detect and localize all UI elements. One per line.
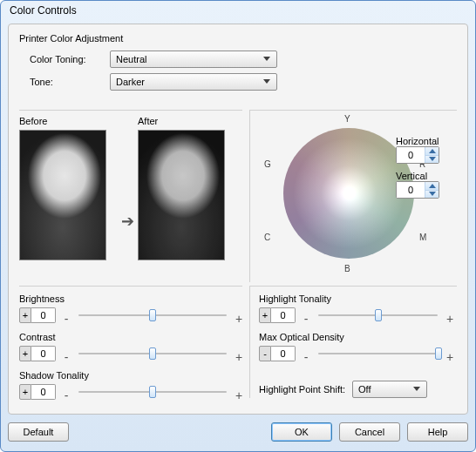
crosshair-icon: + bbox=[344, 189, 353, 198]
left-sliders: Brightness + 0 - + Contrast bbox=[19, 286, 242, 408]
vertical-label: Vertical bbox=[396, 171, 457, 181]
brightness-label: Brightness bbox=[19, 293, 242, 304]
color-wheel[interactable]: + bbox=[283, 128, 414, 259]
tone-row: Tone: Darker bbox=[19, 73, 457, 91]
contrast-group: Contrast + 0 - + bbox=[19, 332, 242, 361]
wheel-label-y: Y bbox=[344, 114, 350, 124]
horizontal-spin[interactable] bbox=[396, 146, 439, 164]
minus-icon: - bbox=[63, 312, 70, 326]
help-button[interactable]: Help bbox=[407, 422, 468, 442]
dialog-window: Color Controls Printer Color Adjustment … bbox=[0, 0, 476, 452]
tone-value: Darker bbox=[116, 77, 145, 87]
slider-thumb[interactable] bbox=[149, 386, 156, 398]
highlight-point-shift-value: Off bbox=[358, 384, 371, 395]
tone-select[interactable]: Darker bbox=[110, 73, 277, 91]
wheel-label-g: G bbox=[264, 159, 271, 169]
wheel-label-c: C bbox=[264, 233, 270, 242]
highlight-tonality-sign: + bbox=[259, 307, 271, 323]
highlight-point-shift-select[interactable]: Off bbox=[352, 381, 427, 398]
plus-icon: + bbox=[235, 312, 242, 326]
minus-icon: - bbox=[63, 388, 70, 402]
shadow-tonality-slider[interactable] bbox=[75, 384, 230, 400]
spin-down-icon[interactable] bbox=[425, 191, 439, 199]
wheel-label-m: M bbox=[419, 233, 426, 242]
window-title: Color Controls bbox=[10, 4, 77, 17]
max-optical-density-sign: - bbox=[259, 346, 271, 361]
svg-marker-5 bbox=[429, 192, 436, 196]
svg-marker-4 bbox=[429, 184, 436, 188]
max-optical-density-group: Max Optical Density - 0 - + bbox=[259, 332, 453, 361]
shadow-tonality-value-box[interactable]: + 0 bbox=[19, 384, 58, 400]
vertical-input[interactable] bbox=[397, 182, 425, 198]
highlight-point-shift-row: Highlight Point Shift: Off bbox=[259, 381, 453, 398]
slider-thumb[interactable] bbox=[435, 347, 442, 360]
highlight-point-shift-label: Highlight Point Shift: bbox=[259, 384, 345, 395]
main-panel: Printer Color Adjustment Color Toning: N… bbox=[8, 24, 468, 415]
minus-icon: - bbox=[303, 312, 309, 326]
cancel-button[interactable]: Cancel bbox=[339, 422, 400, 442]
max-optical-density-slider[interactable] bbox=[315, 346, 441, 361]
wheel-label-b: B bbox=[344, 264, 350, 273]
horizontal-label: Horizontal bbox=[396, 136, 457, 146]
slider-thumb[interactable] bbox=[149, 309, 156, 321]
brightness-group: Brightness + 0 - + bbox=[19, 293, 242, 323]
color-toning-row: Color Toning: Neutral bbox=[19, 51, 457, 68]
brightness-sign: + bbox=[19, 307, 31, 323]
highlight-tonality-value: 0 bbox=[271, 307, 296, 323]
highlight-tonality-group: Highlight Tonality + 0 - + bbox=[259, 293, 453, 323]
contrast-label: Contrast bbox=[19, 332, 242, 342]
after-caption: After bbox=[138, 116, 235, 126]
vertical-spin[interactable] bbox=[396, 181, 439, 199]
shadow-tonality-value: 0 bbox=[31, 384, 56, 400]
slider-thumb[interactable] bbox=[149, 347, 156, 360]
shadow-tonality-label: Shadow Tonality bbox=[19, 370, 242, 381]
max-optical-density-value-box[interactable]: - 0 bbox=[259, 346, 297, 361]
dialog-footer: Default OK Cancel Help bbox=[8, 420, 468, 444]
shadow-tonality-group: Shadow Tonality + 0 - + bbox=[19, 370, 242, 400]
plus-icon: + bbox=[235, 350, 242, 364]
svg-marker-0 bbox=[263, 57, 270, 61]
svg-marker-1 bbox=[263, 79, 270, 84]
highlight-tonality-slider[interactable] bbox=[315, 307, 441, 323]
shadow-tonality-sign: + bbox=[19, 384, 31, 400]
contrast-sign: + bbox=[19, 346, 31, 361]
highlight-tonality-label: Highlight Tonality bbox=[259, 293, 453, 304]
horizontal-input[interactable] bbox=[397, 147, 425, 163]
max-optical-density-label: Max Optical Density bbox=[259, 332, 453, 342]
tone-label: Tone: bbox=[30, 77, 110, 87]
brightness-slider[interactable] bbox=[75, 307, 230, 323]
preview-area: Before After ➔ bbox=[19, 110, 242, 282]
color-toning-value: Neutral bbox=[116, 54, 146, 64]
title-bar: Color Controls bbox=[1, 1, 475, 20]
max-optical-density-value: 0 bbox=[271, 346, 296, 361]
ok-button[interactable]: OK bbox=[271, 422, 332, 442]
highlight-tonality-value-box[interactable]: + 0 bbox=[259, 307, 297, 323]
brightness-value-box[interactable]: + 0 bbox=[19, 307, 58, 323]
brightness-value: 0 bbox=[31, 307, 56, 323]
plus-icon: + bbox=[235, 388, 242, 402]
arrow-right-icon: ➔ bbox=[117, 159, 138, 231]
default-button[interactable]: Default bbox=[8, 422, 69, 442]
chevron-down-icon bbox=[261, 53, 273, 65]
color-toning-label: Color Toning: bbox=[30, 54, 110, 64]
minus-icon: - bbox=[63, 350, 70, 364]
before-thumbnail bbox=[19, 130, 106, 260]
plus-icon: + bbox=[446, 350, 453, 364]
contrast-value-box[interactable]: + 0 bbox=[19, 346, 58, 361]
color-toning-select[interactable]: Neutral bbox=[110, 51, 277, 68]
svg-marker-6 bbox=[413, 387, 420, 391]
before-caption: Before bbox=[19, 116, 117, 126]
spin-down-icon[interactable] bbox=[425, 156, 439, 164]
plus-icon: + bbox=[446, 312, 453, 326]
right-sliders: Highlight Tonality + 0 - + Max Optical D… bbox=[249, 286, 457, 398]
contrast-value: 0 bbox=[31, 346, 56, 361]
chevron-down-icon bbox=[261, 76, 273, 88]
contrast-slider[interactable] bbox=[75, 346, 230, 361]
slider-thumb[interactable] bbox=[375, 309, 382, 321]
spin-up-icon[interactable] bbox=[425, 147, 439, 156]
svg-marker-2 bbox=[429, 149, 436, 153]
after-thumbnail bbox=[138, 130, 225, 260]
minus-icon: - bbox=[303, 350, 309, 364]
chevron-down-icon bbox=[411, 383, 423, 395]
spin-up-icon[interactable] bbox=[425, 182, 439, 191]
